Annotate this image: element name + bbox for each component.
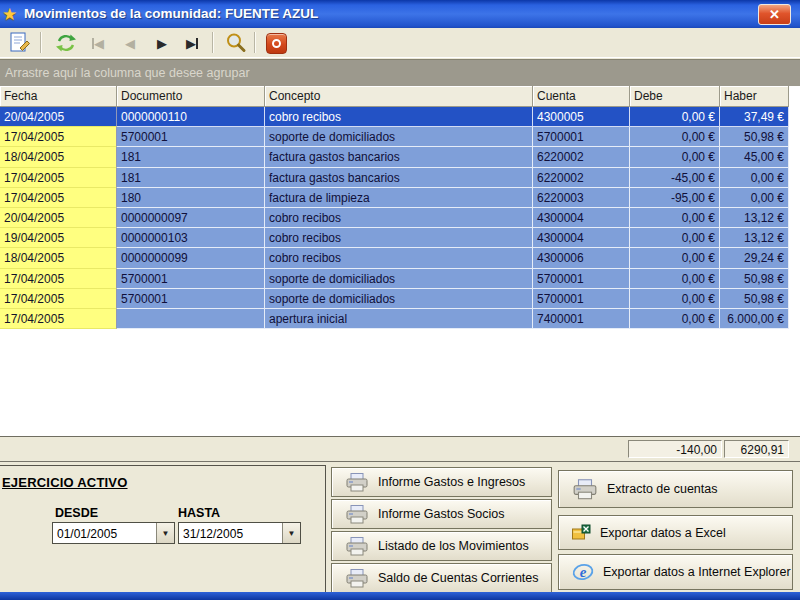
cell-haber[interactable]: 45,00 €: [720, 147, 789, 167]
informe-gastos-socios-button[interactable]: Informe Gastos Socios: [331, 499, 552, 529]
cell-concepto[interactable]: soporte de domiciliados: [265, 127, 533, 147]
cell-concepto[interactable]: cobro recibos: [265, 208, 533, 228]
cell-documento[interactable]: 5700001: [117, 127, 265, 147]
table-row[interactable]: 17/04/2005 181 factura gastos bancarios …: [0, 168, 789, 188]
next-record-icon[interactable]: ▶: [150, 31, 174, 55]
chevron-down-icon[interactable]: ▼: [156, 523, 174, 543]
table-row[interactable]: 17/04/2005 180 factura de limpieza 62200…: [0, 188, 789, 208]
cell-haber[interactable]: 29,24 €: [720, 248, 789, 268]
cell-debe[interactable]: -95,00 €: [630, 188, 720, 208]
cell-haber[interactable]: 13,12 €: [720, 208, 789, 228]
cell-cuenta[interactable]: 4300004: [533, 208, 630, 228]
cell-fecha[interactable]: 18/04/2005: [0, 248, 117, 268]
cell-concepto[interactable]: soporte de domiciliados: [265, 289, 533, 309]
table-row[interactable]: 20/04/2005 0000000110 cobro recibos 4300…: [0, 107, 789, 127]
cell-cuenta[interactable]: 4300006: [533, 248, 630, 268]
cell-cuenta[interactable]: 5700001: [533, 269, 630, 289]
column-header-debe[interactable]: Debe: [630, 86, 720, 107]
cell-fecha[interactable]: 17/04/2005: [0, 269, 117, 289]
chevron-down-icon[interactable]: ▼: [282, 523, 300, 543]
cell-debe[interactable]: 0,00 €: [630, 248, 720, 268]
cell-documento[interactable]: 5700001: [117, 269, 265, 289]
table-row[interactable]: 18/04/2005 181 factura gastos bancarios …: [0, 147, 789, 167]
exportar-internet-explorer-button[interactable]: e Exportar datos a Internet Explorer: [558, 554, 793, 590]
cell-concepto[interactable]: factura gastos bancarios: [265, 168, 533, 188]
cell-debe[interactable]: 0,00 €: [630, 147, 720, 167]
cell-haber[interactable]: 13,12 €: [720, 228, 789, 248]
cell-haber[interactable]: 0,00 €: [720, 188, 789, 208]
cell-debe[interactable]: 0,00 €: [630, 309, 720, 329]
cell-haber[interactable]: 37,49 €: [720, 107, 789, 127]
cell-haber[interactable]: 0,00 €: [720, 168, 789, 188]
column-header-haber[interactable]: Haber: [720, 86, 789, 107]
previous-record-icon[interactable]: ◀: [118, 31, 142, 55]
cell-debe[interactable]: -45,00 €: [630, 168, 720, 188]
cell-debe[interactable]: 0,00 €: [630, 228, 720, 248]
table-row[interactable]: 19/04/2005 0000000103 cobro recibos 4300…: [0, 228, 789, 248]
first-record-icon[interactable]: ◀: [86, 31, 110, 55]
cell-fecha[interactable]: 20/04/2005: [0, 107, 117, 127]
informe-gastos-ingresos-button[interactable]: Informe Gastos e Ingresos: [331, 467, 552, 497]
cell-documento[interactable]: 181: [117, 168, 265, 188]
cell-documento[interactable]: 0000000097: [117, 208, 265, 228]
cell-concepto[interactable]: cobro recibos: [265, 248, 533, 268]
column-header-fecha[interactable]: Fecha: [0, 86, 117, 107]
listado-movimientos-button[interactable]: Listado de los Movimientos: [331, 531, 552, 561]
cell-concepto[interactable]: cobro recibos: [265, 228, 533, 248]
cell-concepto[interactable]: factura de limpieza: [265, 188, 533, 208]
cell-documento[interactable]: 5700001: [117, 289, 265, 309]
cell-concepto[interactable]: soporte de domiciliados: [265, 269, 533, 289]
cell-debe[interactable]: 0,00 €: [630, 107, 720, 127]
last-record-icon[interactable]: ▶: [180, 31, 204, 55]
column-header-documento[interactable]: Documento: [117, 86, 265, 107]
cell-debe[interactable]: 0,00 €: [630, 127, 720, 147]
cell-fecha[interactable]: 20/04/2005: [0, 208, 117, 228]
saldo-cuentas-corrientes-button[interactable]: Saldo de Cuentas Corrientes: [331, 563, 552, 593]
cell-haber[interactable]: 50,98 €: [720, 127, 789, 147]
refresh-icon[interactable]: [54, 31, 78, 55]
cell-cuenta[interactable]: 6220002: [533, 168, 630, 188]
cell-concepto[interactable]: factura gastos bancarios: [265, 147, 533, 167]
table-row[interactable]: 17/04/2005 5700001 soporte de domiciliad…: [0, 269, 789, 289]
column-header-concepto[interactable]: Concepto: [265, 86, 533, 107]
form-edit-icon[interactable]: [8, 31, 32, 55]
cell-fecha[interactable]: 17/04/2005: [0, 289, 117, 309]
table-row[interactable]: 17/04/2005 5700001 soporte de domiciliad…: [0, 289, 789, 309]
cell-fecha[interactable]: 17/04/2005: [0, 168, 117, 188]
cell-debe[interactable]: 0,00 €: [630, 269, 720, 289]
cell-haber[interactable]: 50,98 €: [720, 289, 789, 309]
cell-haber[interactable]: 6.000,00 €: [720, 309, 789, 329]
table-row[interactable]: 20/04/2005 0000000097 cobro recibos 4300…: [0, 208, 789, 228]
cell-cuenta[interactable]: 7400001: [533, 309, 630, 329]
cell-cuenta[interactable]: 5700001: [533, 289, 630, 309]
cell-documento[interactable]: 0000000103: [117, 228, 265, 248]
extracto-cuentas-button[interactable]: Extracto de cuentas: [558, 470, 793, 508]
cell-concepto[interactable]: cobro recibos: [265, 107, 533, 127]
exit-icon[interactable]: [264, 31, 288, 55]
cell-fecha[interactable]: 18/04/2005: [0, 147, 117, 167]
table-row[interactable]: 17/04/2005 5700001 soporte de domiciliad…: [0, 127, 789, 147]
cell-cuenta[interactable]: 4300004: [533, 228, 630, 248]
cell-cuenta[interactable]: 6220003: [533, 188, 630, 208]
cell-concepto[interactable]: apertura inicial: [265, 309, 533, 329]
close-button[interactable]: ✕: [758, 4, 791, 25]
cell-haber[interactable]: 50,98 €: [720, 269, 789, 289]
cell-fecha[interactable]: 19/04/2005: [0, 228, 117, 248]
desde-date-select[interactable]: 01/01/2005 ▼: [52, 522, 175, 544]
cell-documento[interactable]: 0000000099: [117, 248, 265, 268]
cell-documento[interactable]: 0000000110: [117, 107, 265, 127]
cell-cuenta[interactable]: 5700001: [533, 127, 630, 147]
hasta-date-select[interactable]: 31/12/2005 ▼: [178, 522, 301, 544]
cell-fecha[interactable]: 17/04/2005: [0, 309, 117, 329]
exportar-excel-button[interactable]: Exportar datos a Excel: [558, 515, 793, 550]
cell-documento[interactable]: [117, 309, 265, 329]
cell-cuenta[interactable]: 6220002: [533, 147, 630, 167]
cell-documento[interactable]: 181: [117, 147, 265, 167]
group-by-bar[interactable]: Arrastre aquí la columna que desee agrup…: [0, 59, 800, 86]
cell-documento[interactable]: 180: [117, 188, 265, 208]
cell-fecha[interactable]: 17/04/2005: [0, 188, 117, 208]
cell-fecha[interactable]: 17/04/2005: [0, 127, 117, 147]
table-row[interactable]: 17/04/2005 apertura inicial 7400001 0,00…: [0, 309, 789, 329]
column-header-cuenta[interactable]: Cuenta: [533, 86, 630, 107]
cell-debe[interactable]: 0,00 €: [630, 208, 720, 228]
